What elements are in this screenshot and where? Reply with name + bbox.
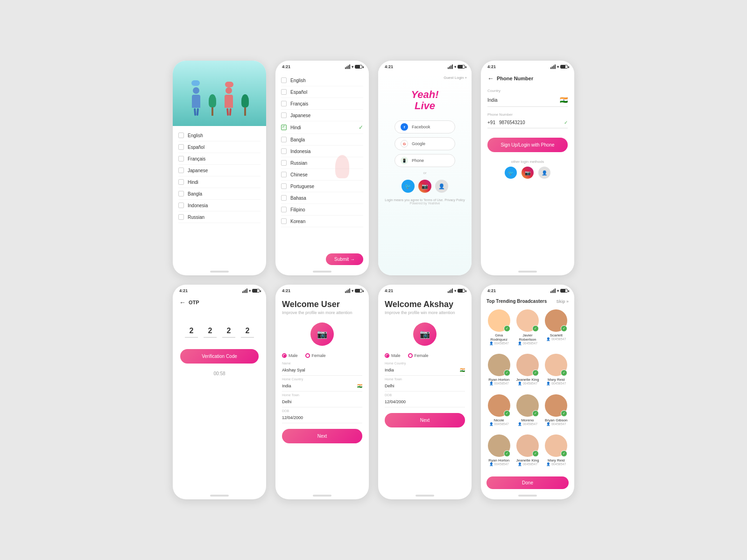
lang-item[interactable]: Bangla xyxy=(178,188,261,200)
lang-item[interactable]: English xyxy=(281,75,363,86)
lang-item[interactable]: Japanese xyxy=(281,110,363,121)
lang-checkbox[interactable] xyxy=(178,203,184,208)
phone-field[interactable]: +91 9876543210 ✓ xyxy=(487,118,568,128)
gender-male-option[interactable]: Male xyxy=(282,353,298,358)
profile-form: Welcome Akshay Improve the profile win m… xyxy=(378,295,472,493)
twitter-login-button[interactable]: 🐦 xyxy=(402,180,415,193)
broadcaster-item[interactable]: ✓ Javier Robertson 👤 00458547 xyxy=(515,309,540,350)
lang-item[interactable]: Hindi xyxy=(178,176,261,188)
lang-item[interactable]: Korean xyxy=(281,216,363,227)
town-field[interactable]: Delhi xyxy=(385,381,465,392)
lang-item[interactable]: Russian xyxy=(281,157,363,169)
lang-checkbox[interactable] xyxy=(281,172,287,177)
broadcaster-item[interactable]: ✓ Nicole 👤 00458547 xyxy=(486,394,511,431)
female-radio[interactable] xyxy=(408,353,413,358)
facebook-login-button[interactable]: f Facebook xyxy=(395,120,455,133)
lang-checkbox[interactable] xyxy=(281,137,287,142)
lang-checkbox[interactable] xyxy=(281,218,287,224)
lang-item[interactable]: Japanese xyxy=(178,165,261,176)
lang-checkbox[interactable] xyxy=(281,148,287,154)
gender-female-option[interactable]: Female xyxy=(305,353,326,358)
broadcaster-item[interactable]: ✓ Ryan Horton 👤 00458547 xyxy=(486,354,511,390)
lang-checkbox[interactable] xyxy=(178,191,184,196)
otp-input-group[interactable]: 2 2 2 2 xyxy=(180,327,259,338)
profile-form: Welcome User Improve the profile win mor… xyxy=(275,295,369,493)
lang-item[interactable]: Español xyxy=(281,86,363,98)
verify-button[interactable]: Verification Code xyxy=(180,349,259,364)
lang-checkbox[interactable] xyxy=(281,195,287,201)
lang-checkbox[interactable] xyxy=(281,183,287,189)
google-login-button[interactable]: G Google xyxy=(395,137,455,150)
lang-checkbox[interactable] xyxy=(281,89,287,95)
lang-checkbox[interactable] xyxy=(178,168,184,173)
dob-field[interactable]: 12/04/2000 xyxy=(385,397,465,407)
broadcaster-item[interactable]: ✓ Jeanette King 👤 00458547 xyxy=(515,434,540,471)
male-radio[interactable] xyxy=(282,353,287,358)
lang-item[interactable]: Français xyxy=(178,153,261,165)
lang-item[interactable]: Filipino xyxy=(281,204,363,216)
gender-male-option[interactable]: Male xyxy=(385,353,401,358)
broadcaster-item[interactable]: ✓ Gina Rodriquez 👤 00458547 xyxy=(486,309,511,350)
avatar-upload-button[interactable]: 📷 xyxy=(413,322,437,346)
lang-label: Indonesia xyxy=(188,203,208,208)
guest-login-link[interactable]: Guest Login » xyxy=(444,76,467,80)
broadcaster-item[interactable]: ✓ Mary Reid 👤 00458547 xyxy=(544,354,569,390)
next-button[interactable]: Next xyxy=(385,413,465,427)
lang-checkbox[interactable] xyxy=(178,179,184,185)
broadcaster-item[interactable]: ✓ Scarlett 👤 00458547 xyxy=(544,309,569,350)
otp-digit-3[interactable]: 2 xyxy=(222,327,235,338)
back-button[interactable]: ← xyxy=(179,299,186,306)
sign-up-login-button[interactable]: Sign Up/Login with Phone xyxy=(487,138,568,152)
instagram-login-button[interactable]: 📷 xyxy=(418,180,431,193)
female-radio[interactable] xyxy=(305,353,310,358)
lang-checkbox[interactable] xyxy=(178,156,184,161)
otp-digit-1[interactable]: 2 xyxy=(185,327,198,338)
town-field[interactable]: Delhi xyxy=(282,397,362,407)
twitter-alt-button[interactable]: 🐦 xyxy=(505,167,517,179)
broadcaster-item[interactable]: ✓ Bryan Gibson 👤 00458547 xyxy=(544,394,569,431)
next-button[interactable]: Next xyxy=(282,429,362,443)
lang-item[interactable]: Russian xyxy=(178,211,261,223)
instagram-alt-button[interactable]: 📷 xyxy=(521,167,534,179)
name-field[interactable]: Akshay Syal xyxy=(282,365,362,376)
lang-item[interactable]: Portuguese xyxy=(281,181,363,192)
otp-digit-4[interactable]: 2 xyxy=(241,327,254,338)
gender-female-option[interactable]: Female xyxy=(408,353,429,358)
otp-digit-2[interactable]: 2 xyxy=(204,327,217,338)
lang-checkbox[interactable] xyxy=(178,133,184,138)
lang-checkbox[interactable] xyxy=(281,207,287,212)
lang-item[interactable]: English xyxy=(178,130,261,141)
lang-item[interactable]: Español xyxy=(178,141,261,153)
country-field[interactable]: India 🇮🇳 xyxy=(282,381,362,392)
dob-field[interactable]: 12/04/2000 xyxy=(282,413,362,423)
lang-checkbox[interactable] xyxy=(281,77,287,83)
lang-checkbox[interactable] xyxy=(178,214,184,220)
lang-item[interactable]: Français xyxy=(281,98,363,110)
male-radio[interactable] xyxy=(385,353,389,358)
lang-checkbox[interactable] xyxy=(281,112,287,118)
broadcaster-item[interactable]: ✓ Ryan Horton 👤 00458547 xyxy=(486,434,511,471)
lang-checkbox[interactable] xyxy=(281,101,287,106)
skip-button[interactable]: Skip » xyxy=(556,299,569,304)
done-button[interactable]: Done xyxy=(486,476,569,489)
lang-checkbox[interactable] xyxy=(281,125,287,130)
lang-item[interactable]: Bangla xyxy=(281,134,363,146)
lang-checkbox[interactable] xyxy=(178,144,184,150)
lang-checkbox[interactable] xyxy=(281,160,287,166)
lang-item[interactable]: Hindi ✓ xyxy=(281,121,363,134)
phone-login-button[interactable]: 📱 Phone xyxy=(395,154,455,167)
broadcaster-item[interactable]: ✓ Moreno 👤 00458547 xyxy=(515,394,540,431)
back-button[interactable]: ← xyxy=(487,75,494,82)
lang-item[interactable]: Bahasa xyxy=(281,192,363,204)
lang-item[interactable]: Indonesia xyxy=(281,146,363,157)
avatar-upload-button[interactable]: 📷 xyxy=(310,322,334,346)
user-alt-button[interactable]: 👤 xyxy=(538,167,550,179)
submit-button[interactable]: Submit → xyxy=(326,253,363,265)
lang-item[interactable]: Chinese xyxy=(281,169,363,181)
broadcaster-item[interactable]: ✓ Jeanette King 👤 00458547 xyxy=(515,354,540,390)
broadcaster-item[interactable]: ✓ Mary Reid 👤 00458547 xyxy=(544,434,569,471)
country-field[interactable]: India 🇮🇳 xyxy=(385,365,465,376)
user-login-button[interactable]: 👤 xyxy=(435,180,448,193)
lang-item[interactable]: Indonesia xyxy=(178,200,261,211)
country-field[interactable]: India 🇮🇳 xyxy=(487,94,568,107)
